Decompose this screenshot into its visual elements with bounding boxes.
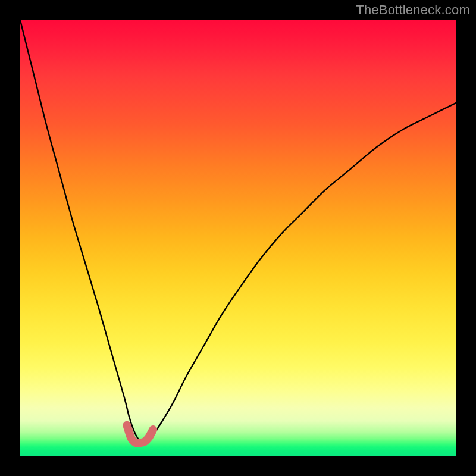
sweet-spot-highlight: [127, 425, 153, 443]
plot-area: [20, 20, 456, 456]
bottleneck-curve-line: [20, 20, 456, 443]
chart-stage: TheBottleneck.com: [0, 0, 476, 476]
watermark-text: TheBottleneck.com: [356, 2, 470, 18]
chart-svg: [20, 20, 456, 456]
